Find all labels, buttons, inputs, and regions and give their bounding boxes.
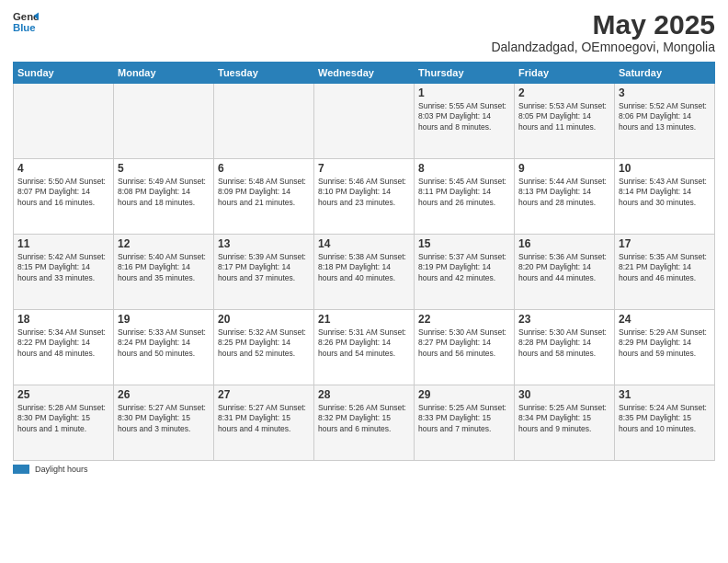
- day-info: Sunrise: 5:49 AM Sunset: 8:08 PM Dayligh…: [118, 177, 210, 208]
- calendar-cell: 1Sunrise: 5:55 AM Sunset: 8:03 PM Daylig…: [415, 84, 515, 159]
- day-info: Sunrise: 5:36 AM Sunset: 8:20 PM Dayligh…: [518, 252, 610, 283]
- day-number: 22: [418, 313, 510, 326]
- day-info: Sunrise: 5:33 AM Sunset: 8:24 PM Dayligh…: [118, 327, 210, 359]
- day-number: 21: [318, 313, 410, 326]
- day-info: Sunrise: 5:25 AM Sunset: 8:33 PM Dayligh…: [418, 403, 510, 434]
- day-number: 17: [619, 237, 711, 250]
- day-number: 20: [218, 313, 310, 326]
- day-info: Sunrise: 5:46 AM Sunset: 8:10 PM Dayligh…: [318, 177, 410, 208]
- col-sunday: Sunday: [14, 63, 114, 84]
- day-number: 2: [518, 86, 610, 99]
- calendar-cell: 12Sunrise: 5:40 AM Sunset: 8:16 PM Dayli…: [114, 235, 214, 310]
- calendar-cell: 11Sunrise: 5:42 AM Sunset: 8:15 PM Dayli…: [14, 235, 114, 310]
- calendar-cell: 14Sunrise: 5:38 AM Sunset: 8:18 PM Dayli…: [314, 235, 415, 310]
- calendar-cell: 7Sunrise: 5:46 AM Sunset: 8:10 PM Daylig…: [314, 159, 415, 235]
- day-number: 3: [619, 86, 711, 99]
- day-info: Sunrise: 5:30 AM Sunset: 8:28 PM Dayligh…: [518, 327, 610, 359]
- calendar-cell: 8Sunrise: 5:45 AM Sunset: 8:11 PM Daylig…: [415, 159, 515, 235]
- day-number: 9: [518, 162, 610, 175]
- calendar-cell: 9Sunrise: 5:44 AM Sunset: 8:13 PM Daylig…: [515, 159, 615, 235]
- day-info: Sunrise: 5:37 AM Sunset: 8:19 PM Dayligh…: [418, 252, 510, 283]
- day-number: 23: [518, 313, 610, 326]
- day-number: 12: [118, 237, 210, 250]
- day-number: 11: [17, 237, 109, 250]
- title-block: May 2025 Dalandzadgad, OEmnoegovi, Mongo…: [491, 9, 715, 54]
- day-info: Sunrise: 5:53 AM Sunset: 8:05 PM Dayligh…: [518, 101, 610, 132]
- calendar-week-2: 4Sunrise: 5:50 AM Sunset: 8:07 PM Daylig…: [14, 159, 715, 235]
- calendar-cell: 2Sunrise: 5:53 AM Sunset: 8:05 PM Daylig…: [515, 84, 615, 159]
- calendar-cell: 21Sunrise: 5:31 AM Sunset: 8:26 PM Dayli…: [314, 310, 415, 385]
- calendar-cell: 22Sunrise: 5:30 AM Sunset: 8:27 PM Dayli…: [415, 310, 515, 385]
- col-monday: Monday: [114, 63, 214, 84]
- day-info: Sunrise: 5:38 AM Sunset: 8:18 PM Dayligh…: [318, 252, 410, 283]
- calendar-cell: 31Sunrise: 5:24 AM Sunset: 8:35 PM Dayli…: [615, 385, 715, 461]
- day-info: Sunrise: 5:48 AM Sunset: 8:09 PM Dayligh…: [218, 177, 310, 208]
- col-friday: Friday: [515, 63, 615, 84]
- calendar-cell: 6Sunrise: 5:48 AM Sunset: 8:09 PM Daylig…: [214, 159, 314, 235]
- calendar-cell: 27Sunrise: 5:27 AM Sunset: 8:31 PM Dayli…: [214, 385, 314, 461]
- footer-note: Daylight hours: [13, 465, 715, 474]
- subtitle: Dalandzadgad, OEmnoegovi, Mongolia: [491, 40, 715, 54]
- daylight-label: Daylight hours: [35, 465, 88, 474]
- day-number: 31: [619, 388, 711, 401]
- day-info: Sunrise: 5:28 AM Sunset: 8:30 PM Dayligh…: [17, 403, 109, 434]
- calendar-cell: 23Sunrise: 5:30 AM Sunset: 8:28 PM Dayli…: [515, 310, 615, 385]
- col-wednesday: Wednesday: [314, 63, 415, 84]
- calendar-cell: 10Sunrise: 5:43 AM Sunset: 8:14 PM Dayli…: [615, 159, 715, 235]
- day-number: 8: [418, 162, 510, 175]
- day-info: Sunrise: 5:42 AM Sunset: 8:15 PM Dayligh…: [17, 252, 109, 283]
- day-info: Sunrise: 5:50 AM Sunset: 8:07 PM Dayligh…: [17, 177, 109, 208]
- day-info: Sunrise: 5:26 AM Sunset: 8:32 PM Dayligh…: [318, 403, 410, 434]
- day-number: 4: [17, 162, 109, 175]
- calendar-table: Sunday Monday Tuesday Wednesday Thursday…: [13, 62, 715, 461]
- day-info: Sunrise: 5:34 AM Sunset: 8:22 PM Dayligh…: [17, 327, 109, 359]
- day-info: Sunrise: 5:35 AM Sunset: 8:21 PM Dayligh…: [619, 252, 711, 283]
- day-info: Sunrise: 5:30 AM Sunset: 8:27 PM Dayligh…: [418, 327, 510, 359]
- day-info: Sunrise: 5:27 AM Sunset: 8:31 PM Dayligh…: [218, 403, 310, 434]
- day-number: 25: [17, 388, 109, 401]
- day-number: 28: [318, 388, 410, 401]
- day-info: Sunrise: 5:45 AM Sunset: 8:11 PM Dayligh…: [418, 177, 510, 208]
- svg-text:General: General: [13, 11, 39, 22]
- calendar-cell: 4Sunrise: 5:50 AM Sunset: 8:07 PM Daylig…: [14, 159, 114, 235]
- calendar-cell: 18Sunrise: 5:34 AM Sunset: 8:22 PM Dayli…: [14, 310, 114, 385]
- day-number: 15: [418, 237, 510, 250]
- calendar-cell: 28Sunrise: 5:26 AM Sunset: 8:32 PM Dayli…: [314, 385, 415, 461]
- day-number: 16: [518, 237, 610, 250]
- col-thursday: Thursday: [415, 63, 515, 84]
- logo-icon: General Blue: [13, 9, 39, 35]
- day-number: 29: [418, 388, 510, 401]
- day-info: Sunrise: 5:44 AM Sunset: 8:13 PM Dayligh…: [518, 177, 610, 208]
- day-number: 7: [318, 162, 410, 175]
- day-number: 1: [418, 86, 510, 99]
- svg-text:Blue: Blue: [13, 22, 36, 33]
- calendar-cell: 25Sunrise: 5:28 AM Sunset: 8:30 PM Dayli…: [14, 385, 114, 461]
- day-info: Sunrise: 5:55 AM Sunset: 8:03 PM Dayligh…: [418, 101, 510, 132]
- day-number: 27: [218, 388, 310, 401]
- calendar-cell: 16Sunrise: 5:36 AM Sunset: 8:20 PM Dayli…: [515, 235, 615, 310]
- calendar-cell: 19Sunrise: 5:33 AM Sunset: 8:24 PM Dayli…: [114, 310, 214, 385]
- header: General Blue May 2025 Dalandzadgad, OEmn…: [13, 9, 715, 54]
- day-info: Sunrise: 5:39 AM Sunset: 8:17 PM Dayligh…: [218, 252, 310, 283]
- day-number: 10: [619, 162, 711, 175]
- header-row: Sunday Monday Tuesday Wednesday Thursday…: [14, 63, 715, 84]
- calendar-cell: 15Sunrise: 5:37 AM Sunset: 8:19 PM Dayli…: [415, 235, 515, 310]
- page: General Blue May 2025 Dalandzadgad, OEmn…: [0, 0, 728, 563]
- calendar-cell: [14, 84, 114, 159]
- calendar-cell: 5Sunrise: 5:49 AM Sunset: 8:08 PM Daylig…: [114, 159, 214, 235]
- calendar-cell: 20Sunrise: 5:32 AM Sunset: 8:25 PM Dayli…: [214, 310, 314, 385]
- day-number: 14: [318, 237, 410, 250]
- day-number: 24: [619, 313, 711, 326]
- calendar-cell: 17Sunrise: 5:35 AM Sunset: 8:21 PM Dayli…: [615, 235, 715, 310]
- day-number: 5: [118, 162, 210, 175]
- calendar-cell: 13Sunrise: 5:39 AM Sunset: 8:17 PM Dayli…: [214, 235, 314, 310]
- calendar-week-5: 25Sunrise: 5:28 AM Sunset: 8:30 PM Dayli…: [14, 385, 715, 461]
- day-number: 13: [218, 237, 310, 250]
- day-info: Sunrise: 5:27 AM Sunset: 8:30 PM Dayligh…: [118, 403, 210, 434]
- day-info: Sunrise: 5:32 AM Sunset: 8:25 PM Dayligh…: [218, 327, 310, 359]
- month-title: May 2025: [491, 9, 715, 40]
- daylight-bar-icon: [13, 465, 29, 474]
- calendar-cell: 3Sunrise: 5:52 AM Sunset: 8:06 PM Daylig…: [615, 84, 715, 159]
- col-saturday: Saturday: [615, 63, 715, 84]
- calendar-cell: 29Sunrise: 5:25 AM Sunset: 8:33 PM Dayli…: [415, 385, 515, 461]
